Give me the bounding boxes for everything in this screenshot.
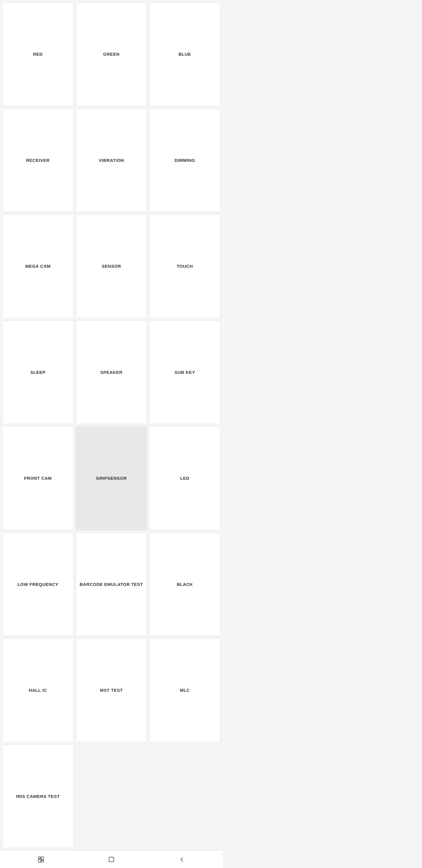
- grid-item-label-sub-key: SUB KEY: [175, 369, 195, 375]
- grid-item-sensor[interactable]: SENSOR: [76, 214, 147, 318]
- grid-item-receiver[interactable]: RECEIVER: [2, 108, 73, 212]
- svg-rect-3: [41, 860, 44, 862]
- grid-item-label-vibration: VIBRATION: [99, 157, 124, 163]
- grid-item-hall-ic[interactable]: HALL IC: [2, 639, 73, 742]
- grid-item-label-mst-test: MST TEST: [100, 687, 123, 693]
- grid-item-vibration[interactable]: VIBRATION: [76, 108, 147, 212]
- grid-item-label-red: RED: [33, 51, 43, 57]
- svg-rect-4: [109, 857, 114, 862]
- svg-rect-1: [38, 859, 41, 862]
- grid-item-gripsensor[interactable]: GRIPSENSOR: [76, 426, 147, 530]
- home-button[interactable]: [104, 854, 119, 865]
- grid-item-low-frequency[interactable]: LOW FREQUENCY: [2, 532, 73, 636]
- grid-item-black[interactable]: BLACK: [149, 532, 220, 636]
- grid-item-red[interactable]: RED: [2, 2, 73, 106]
- grid-item-front-cam[interactable]: FRONT CAM: [2, 426, 73, 530]
- grid-item-label-gripsensor: GRIPSENSOR: [96, 475, 127, 481]
- grid-item-label-black: BLACK: [177, 581, 193, 587]
- grid-item-label-front-cam: FRONT CAM: [24, 475, 52, 481]
- grid-item-label-mega-cam: MEGA CAM: [25, 263, 51, 269]
- grid-item-sub-key[interactable]: SUB KEY: [149, 320, 220, 424]
- grid-item-label-low-frequency: LOW FREQUENCY: [17, 581, 58, 587]
- grid-item-label-speaker: SPEAKER: [100, 369, 123, 375]
- grid-item-label-dimming: DIMMING: [175, 157, 195, 163]
- grid-item-green[interactable]: GREEN: [76, 2, 147, 106]
- grid-item-label-blue: BLUE: [178, 51, 191, 57]
- bottom-navigation: [0, 850, 223, 868]
- grid-item-blue[interactable]: BLUE: [149, 2, 220, 106]
- grid-item-label-mlc: MLC: [180, 687, 190, 693]
- svg-rect-2: [41, 857, 44, 860]
- recent-apps-button[interactable]: [34, 854, 48, 865]
- grid-item-barcode-emulator-test[interactable]: BARCODE EMULATOR TEST: [76, 532, 147, 636]
- svg-rect-0: [38, 857, 41, 859]
- grid-item-label-iris-camera-test: IRIS CAMERA TEST: [16, 793, 60, 799]
- grid-item-label-barcode-emulator-test: BARCODE EMULATOR TEST: [80, 581, 143, 587]
- grid-item-label-sensor: SENSOR: [102, 263, 121, 269]
- test-grid: REDGREENBLUERECEIVERVIBRATIONDIMMINGMEGA…: [0, 0, 223, 850]
- grid-item-label-receiver: RECEIVER: [26, 157, 50, 163]
- grid-item-mega-cam[interactable]: MEGA CAM: [2, 214, 73, 318]
- back-button[interactable]: [174, 854, 189, 865]
- grid-item-dimming[interactable]: DIMMING: [149, 108, 220, 212]
- grid-item-label-led: LED: [180, 475, 190, 481]
- grid-item-touch[interactable]: TOUCH: [149, 214, 220, 318]
- grid-item-label-touch: TOUCH: [177, 263, 193, 269]
- grid-item-speaker[interactable]: SPEAKER: [76, 320, 147, 424]
- grid-item-sleep[interactable]: SLEEP: [2, 320, 73, 424]
- grid-item-label-sleep: SLEEP: [30, 369, 45, 375]
- grid-item-mlc[interactable]: MLC: [149, 639, 220, 742]
- grid-item-label-hall-ic: HALL IC: [29, 687, 47, 693]
- grid-item-iris-camera-test[interactable]: IRIS CAMERA TEST: [2, 745, 73, 848]
- grid-item-mst-test[interactable]: MST TEST: [76, 639, 147, 742]
- grid-item-led[interactable]: LED: [149, 426, 220, 530]
- grid-item-label-green: GREEN: [103, 51, 120, 57]
